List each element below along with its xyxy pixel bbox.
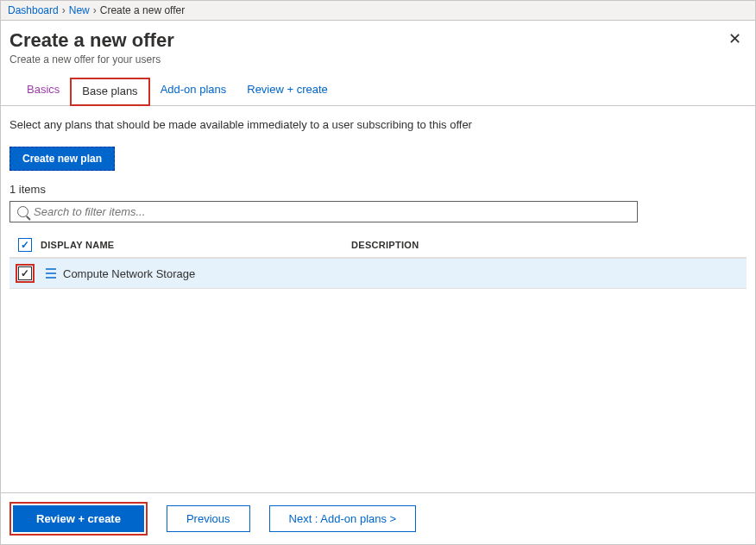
tab-description: Select any plans that should be made ava… — [9, 118, 747, 131]
page-subtitle: Create a new offer for your users — [9, 53, 174, 66]
tab-base-plans[interactable]: Base plans — [70, 78, 149, 106]
table-row[interactable]: Compute Network Storage — [9, 258, 747, 289]
column-description[interactable]: DESCRIPTION — [351, 240, 747, 250]
search-icon — [17, 206, 28, 217]
page-title: Create a new offer — [9, 29, 174, 52]
tab-review-create[interactable]: Review + create — [236, 78, 338, 105]
close-icon[interactable]: ✕ — [727, 29, 743, 48]
row-checkbox[interactable] — [18, 266, 32, 280]
chevron-right-icon: › — [62, 4, 66, 16]
tab-addon-plans[interactable]: Add-on plans — [150, 78, 237, 105]
page-header: Create a new offer Create a new offer fo… — [1, 21, 755, 78]
content-area: Select any plans that should be made ava… — [1, 106, 755, 289]
search-row — [9, 201, 638, 222]
search-input[interactable] — [34, 205, 630, 218]
breadcrumb: Dashboard › New › Create a new offer — [1, 1, 755, 21]
next-button[interactable]: Next : Add-on plans > — [269, 505, 417, 532]
tabs: Basics Base plans Add-on plans Review + … — [1, 78, 755, 106]
review-create-button[interactable]: Review + create — [13, 505, 144, 532]
items-count: 1 items — [9, 183, 747, 196]
breadcrumb-new[interactable]: New — [69, 4, 90, 16]
column-display-name[interactable]: DISPLAY NAME — [41, 240, 351, 250]
footer: Review + create Previous Next : Add-on p… — [1, 492, 755, 544]
breadcrumb-current: Create a new offer — [100, 4, 186, 16]
previous-button[interactable]: Previous — [167, 505, 250, 532]
table-header: DISPLAY NAME DESCRIPTION — [9, 233, 747, 258]
row-display-name: Compute Network Storage — [63, 267, 195, 280]
list-icon — [41, 266, 58, 280]
select-all-checkbox[interactable] — [18, 238, 32, 252]
breadcrumb-dashboard[interactable]: Dashboard — [8, 4, 59, 16]
chevron-right-icon: › — [93, 4, 97, 16]
create-new-plan-button[interactable]: Create new plan — [9, 147, 115, 171]
tab-basics[interactable]: Basics — [16, 78, 70, 105]
